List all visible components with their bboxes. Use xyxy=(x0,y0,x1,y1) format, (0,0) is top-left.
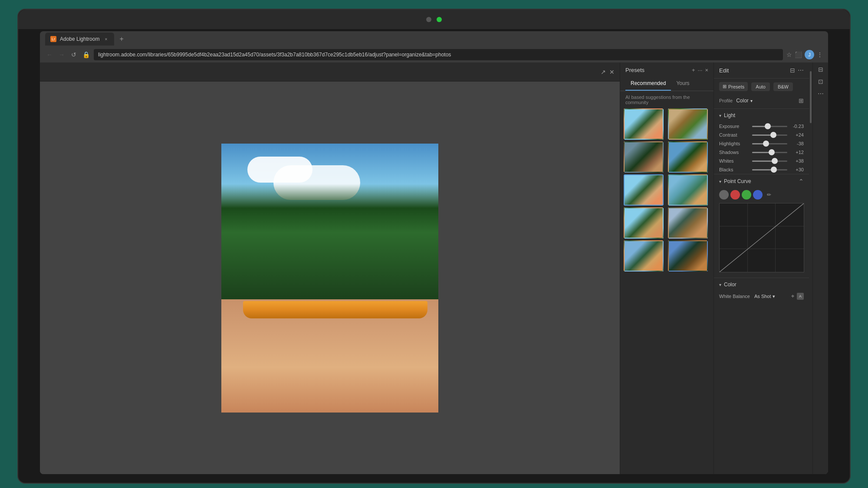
contrast-label: Contrast xyxy=(719,132,750,138)
presets-add-button[interactable]: + xyxy=(692,67,695,73)
preset-thumb-1[interactable] xyxy=(624,108,664,140)
wb-label: White Balance xyxy=(719,294,752,299)
preset-thumb-9[interactable] xyxy=(624,240,664,272)
light-section-header[interactable]: ▾ Light xyxy=(714,109,809,122)
address-bar: ← → ↺ 🔒 ☆ ⬛ J ⋮ xyxy=(40,47,828,62)
browser-tab-lightroom[interactable]: Lr Adobe Lightroom × xyxy=(45,33,114,46)
profile-chevron-icon: ▾ xyxy=(750,98,753,103)
light-section-title: Light xyxy=(724,112,735,118)
presets-close-button[interactable]: × xyxy=(705,67,708,73)
tab-favicon: Lr xyxy=(50,36,56,42)
presets-tabs: Recommended Yours xyxy=(620,78,713,91)
right-icon-crop[interactable]: ⊡ xyxy=(818,78,823,85)
preset-thumb-3[interactable] xyxy=(624,141,664,173)
blacks-slider-row: Blacks +30 xyxy=(714,165,809,174)
curve-channel-blue[interactable] xyxy=(753,190,763,200)
profile-select[interactable]: Color ▾ xyxy=(736,98,753,104)
profile-row: Profile Color ▾ ⊞ xyxy=(714,95,809,108)
whites-slider-row: Whites +38 xyxy=(714,157,809,165)
preset-thumb-7[interactable] xyxy=(624,207,664,239)
tab-close-button[interactable]: × xyxy=(103,36,109,42)
scrollbar-thumb[interactable] xyxy=(810,71,812,123)
boat xyxy=(243,301,427,318)
point-curve-collapse-icon: ▾ xyxy=(719,179,721,184)
edit-panel-icon-2[interactable]: ⋯ xyxy=(798,67,804,74)
edit-toolbar: ⊞ Presets Auto B&W xyxy=(714,79,809,95)
color-section-title: Color xyxy=(724,282,736,288)
tab-bar: Lr Adobe Lightroom × + xyxy=(40,31,828,47)
color-collapse-icon: ▾ xyxy=(719,282,721,287)
presets-more-button[interactable]: ··· xyxy=(698,67,703,73)
laptop-shell: Lr Adobe Lightroom × + ← → ↺ 🔒 ☆ ⬛ J ⋮ xyxy=(17,9,851,484)
menu-icon[interactable]: ⋮ xyxy=(817,51,823,58)
wb-eyedropper-icon[interactable]: ⌖ xyxy=(791,293,794,300)
curve-channel-pencil[interactable]: ✏ xyxy=(764,190,774,200)
new-tab-button[interactable]: + xyxy=(116,35,127,43)
preset-thumb-2[interactable] xyxy=(668,108,708,140)
shadows-track[interactable] xyxy=(752,152,787,153)
bw-button[interactable]: B&W xyxy=(773,82,793,91)
close-icon[interactable]: ✕ xyxy=(609,69,615,75)
highlights-thumb[interactable] xyxy=(763,141,769,147)
light-section: ▾ Light Exposure -0.23 Contrast xyxy=(714,108,809,174)
curve-channel-green[interactable] xyxy=(742,190,751,200)
profile-avatar[interactable]: J xyxy=(805,50,814,59)
bookmark-icon[interactable]: ☆ xyxy=(786,51,792,58)
blacks-thumb[interactable] xyxy=(771,167,777,173)
highlights-value: -38 xyxy=(790,141,804,146)
color-section-header[interactable]: ▾ Color xyxy=(714,278,809,291)
share-icon[interactable]: ↗ xyxy=(601,69,606,75)
light-collapse-icon: ▾ xyxy=(719,113,721,118)
preset-thumb-8[interactable] xyxy=(668,207,708,239)
exposure-value: -0.23 xyxy=(790,124,804,129)
contrast-thumb[interactable] xyxy=(770,132,776,138)
exposure-slider-row: Exposure -0.23 xyxy=(714,122,809,131)
presets-edit-label: Presets xyxy=(728,84,744,89)
edit-panel: Edit ⊟ ⋯ ⊞ Presets Auto B&W Profile xyxy=(713,62,809,474)
preset-thumb-5[interactable] xyxy=(624,174,664,206)
curve-channel-gray[interactable] xyxy=(719,190,729,200)
contrast-slider-row: Contrast +24 xyxy=(714,131,809,139)
right-icon-more[interactable]: ⋯ xyxy=(818,90,824,97)
url-input[interactable] xyxy=(94,49,783,60)
highlights-track[interactable] xyxy=(752,143,787,144)
point-curve-header[interactable]: ▾ Point Curve ⌃ xyxy=(714,174,809,188)
blacks-track[interactable] xyxy=(752,169,787,170)
whites-track[interactable] xyxy=(752,160,787,162)
curve-channel-buttons: ✏ xyxy=(714,188,809,201)
curve-svg xyxy=(720,203,804,272)
refresh-button[interactable]: ↺ xyxy=(69,50,78,59)
highlights-slider-row: Highlights -38 xyxy=(714,139,809,148)
forward-button[interactable]: → xyxy=(57,50,66,59)
edit-panel-icon-1[interactable]: ⊟ xyxy=(790,67,795,74)
wb-select[interactable]: As Shot ▾ xyxy=(754,294,775,299)
preset-thumb-6[interactable] xyxy=(668,174,708,206)
preset-thumb-4[interactable] xyxy=(668,141,708,173)
presets-edit-button[interactable]: ⊞ Presets xyxy=(719,82,748,91)
beach-trees xyxy=(221,184,438,305)
lock-icon: 🔒 xyxy=(82,50,90,59)
auto-button[interactable]: Auto xyxy=(751,82,770,91)
contrast-track[interactable] xyxy=(752,134,787,136)
back-button[interactable]: ← xyxy=(45,50,54,59)
traffic-light-green xyxy=(437,17,442,22)
wb-auto-icon[interactable]: A xyxy=(797,293,804,300)
tab-yours[interactable]: Yours xyxy=(671,78,694,91)
white-balance-row: White Balance As Shot ▾ ⌖ A xyxy=(714,291,809,301)
whites-value: +38 xyxy=(790,158,804,164)
edit-title: Edit xyxy=(719,67,790,74)
presets-title: Presets xyxy=(625,67,688,73)
exposure-thumb[interactable] xyxy=(765,123,771,129)
extensions-icon[interactable]: ⬛ xyxy=(795,51,802,58)
preset-thumb-10[interactable] xyxy=(668,240,708,272)
shadows-thumb[interactable] xyxy=(769,149,775,155)
tab-recommended[interactable]: Recommended xyxy=(625,78,671,91)
curve-channel-red[interactable] xyxy=(730,190,740,200)
whites-thumb[interactable] xyxy=(772,158,778,164)
photo-area xyxy=(40,82,620,474)
curve-canvas[interactable] xyxy=(719,203,804,272)
scrollbar-area[interactable] xyxy=(809,62,812,474)
right-icon-filter[interactable]: ⊟ xyxy=(818,66,823,73)
exposure-track[interactable] xyxy=(752,126,787,127)
profile-grid-icon[interactable]: ⊞ xyxy=(799,97,804,104)
